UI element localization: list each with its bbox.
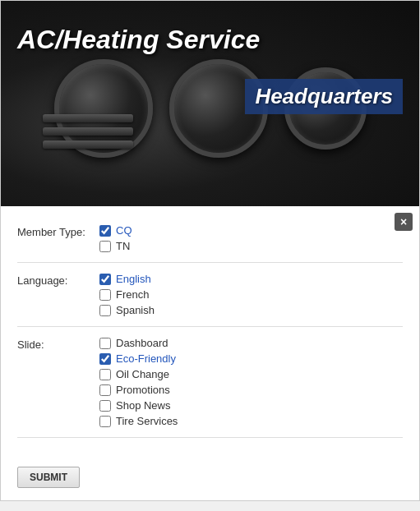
vent-blade-2 bbox=[43, 127, 133, 136]
language-english-label: English bbox=[116, 273, 151, 285]
slide-eco-friendly-label: Eco-Friendly bbox=[116, 352, 176, 365]
member-type-cq-checkbox[interactable] bbox=[99, 225, 111, 237]
language-french-label: French bbox=[116, 288, 149, 301]
slide-promotions-item[interactable]: Promotions bbox=[99, 384, 178, 396]
member-type-tn-item[interactable]: TN bbox=[99, 240, 132, 252]
language-english-item[interactable]: English bbox=[99, 273, 155, 285]
slide-row: Slide: Dashboard Eco-Friendly Oil Change… bbox=[17, 327, 403, 438]
member-type-tn-label: TN bbox=[116, 240, 130, 252]
slide-eco-friendly-checkbox[interactable] bbox=[99, 353, 111, 365]
hero-subtitle: Headquarters bbox=[245, 79, 403, 114]
slide-oil-change-label: Oil Change bbox=[116, 368, 169, 380]
language-french-item[interactable]: French bbox=[99, 288, 155, 301]
submit-button[interactable]: SUBMIT bbox=[17, 467, 80, 488]
slide-label: Slide: bbox=[17, 337, 99, 351]
slide-dashboard-checkbox[interactable] bbox=[99, 338, 111, 349]
slide-shop-news-label: Shop News bbox=[116, 399, 170, 412]
slide-shop-news-item[interactable]: Shop News bbox=[99, 399, 178, 412]
language-english-checkbox[interactable] bbox=[99, 274, 111, 285]
vent-blade-1 bbox=[43, 114, 133, 122]
member-type-cq-label: CQ bbox=[116, 224, 132, 237]
vent-blade-3 bbox=[43, 140, 133, 149]
form-area: Member Type: CQ TN Language: English bbox=[1, 206, 419, 454]
language-spanish-item[interactable]: Spanish bbox=[99, 304, 155, 316]
slide-dashboard-item[interactable]: Dashboard bbox=[99, 337, 178, 349]
member-type-cq-item[interactable]: CQ bbox=[99, 224, 132, 237]
slide-oil-change-checkbox[interactable] bbox=[99, 369, 111, 380]
slide-promotions-checkbox[interactable] bbox=[99, 384, 111, 396]
language-spanish-label: Spanish bbox=[116, 304, 155, 316]
slide-eco-friendly-item[interactable]: Eco-Friendly bbox=[99, 352, 178, 365]
slide-shop-news-checkbox[interactable] bbox=[99, 400, 111, 412]
member-type-checkboxes: CQ TN bbox=[99, 224, 132, 252]
page-container: AC/Heating Service Headquarters × Member… bbox=[0, 0, 420, 501]
slide-tire-services-label: Tire Services bbox=[116, 415, 178, 427]
member-type-row: Member Type: CQ TN bbox=[17, 214, 403, 263]
submit-area: SUBMIT bbox=[1, 454, 419, 500]
slide-tire-services-item[interactable]: Tire Services bbox=[99, 415, 178, 427]
slide-dashboard-label: Dashboard bbox=[116, 337, 168, 349]
language-row: Language: English French Spanish bbox=[17, 263, 403, 327]
close-button[interactable]: × bbox=[395, 213, 413, 231]
slide-checkboxes: Dashboard Eco-Friendly Oil Change Promot… bbox=[99, 337, 178, 427]
hero-title: AC/Heating Service bbox=[17, 25, 260, 54]
member-type-tn-checkbox[interactable] bbox=[99, 241, 111, 252]
slide-tire-services-checkbox[interactable] bbox=[99, 416, 111, 427]
hero-banner: AC/Heating Service Headquarters bbox=[1, 1, 419, 206]
language-label: Language: bbox=[17, 273, 99, 287]
language-spanish-checkbox[interactable] bbox=[99, 305, 111, 316]
slide-oil-change-item[interactable]: Oil Change bbox=[99, 368, 178, 380]
language-french-checkbox[interactable] bbox=[99, 289, 111, 301]
vent-blades bbox=[43, 114, 141, 149]
slide-promotions-label: Promotions bbox=[116, 384, 170, 396]
member-type-label: Member Type: bbox=[17, 224, 99, 238]
language-checkboxes: English French Spanish bbox=[99, 273, 155, 316]
